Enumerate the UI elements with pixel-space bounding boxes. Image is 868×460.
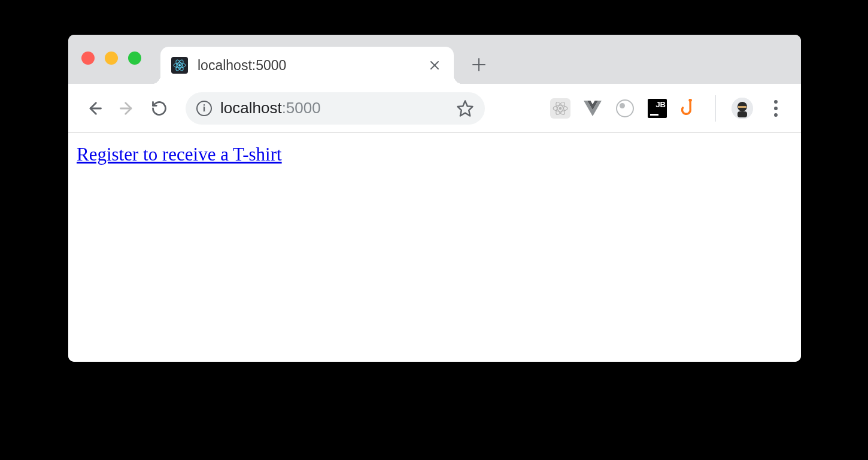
- vue-devtools-extension-icon[interactable]: [582, 98, 603, 119]
- window-controls: [81, 52, 141, 65]
- page-content: Register to receive a T-shirt: [68, 133, 801, 362]
- svg-rect-20: [738, 106, 746, 108]
- reload-button[interactable]: [147, 96, 171, 120]
- url-host: localhost: [220, 99, 282, 117]
- toolbar: i localhost:5000: [68, 84, 801, 133]
- back-button[interactable]: [83, 96, 107, 120]
- url-port: :5000: [282, 99, 321, 117]
- forward-button[interactable]: [115, 96, 139, 120]
- svg-point-11: [559, 107, 562, 110]
- profile-avatar-button[interactable]: [732, 98, 753, 119]
- tab-close-button[interactable]: [426, 57, 443, 74]
- extension-icons: JB: [550, 95, 790, 122]
- bookmark-star-button[interactable]: [456, 99, 474, 117]
- register-link[interactable]: Register to receive a T-shirt: [77, 144, 282, 165]
- svg-marker-10: [458, 101, 473, 116]
- site-info-icon[interactable]: i: [196, 101, 212, 116]
- tab-title: localhost:5000: [198, 58, 417, 74]
- jetbrains-extension-icon[interactable]: JB: [647, 98, 667, 119]
- browser-tab[interactable]: localhost:5000: [160, 47, 454, 84]
- window-minimize-button[interactable]: [105, 52, 118, 65]
- svg-rect-21: [738, 111, 747, 117]
- browser-window: localhost:5000 i localhost:5000: [68, 35, 801, 362]
- hook-extension-icon[interactable]: [679, 98, 700, 119]
- tab-strip: localhost:5000: [68, 35, 801, 84]
- svg-point-17: [688, 99, 691, 102]
- circle-extension-icon[interactable]: [615, 98, 635, 119]
- browser-menu-button[interactable]: [765, 96, 787, 120]
- svg-point-0: [178, 64, 181, 66]
- toolbar-divider: [715, 95, 716, 122]
- address-bar[interactable]: i localhost:5000: [186, 92, 485, 125]
- window-close-button[interactable]: [81, 52, 95, 65]
- react-favicon-icon: [171, 57, 188, 74]
- react-devtools-extension-icon[interactable]: [550, 98, 570, 119]
- url-text: localhost:5000: [220, 99, 448, 117]
- new-tab-button[interactable]: [467, 53, 491, 77]
- window-zoom-button[interactable]: [128, 52, 141, 65]
